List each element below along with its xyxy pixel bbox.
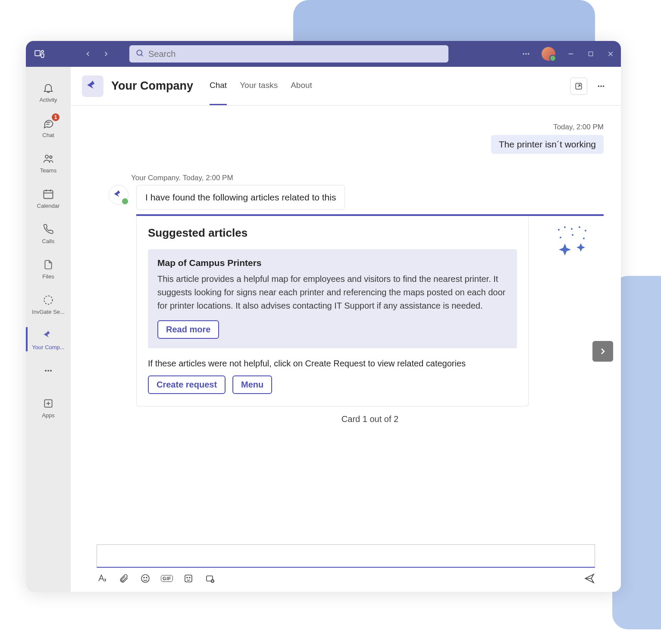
svg-point-5 <box>525 53 526 54</box>
app-icon <box>82 75 103 97</box>
close-button[interactable] <box>606 50 615 58</box>
user-avatar[interactable] <box>542 47 555 61</box>
search-icon <box>135 49 144 59</box>
compose-toolbar: GIF <box>97 573 595 584</box>
svg-point-38 <box>141 575 149 582</box>
header-actions <box>570 78 610 95</box>
content-pane: Your Company Chat Your tasks About Today… <box>71 67 621 592</box>
svg-point-6 <box>528 53 529 54</box>
maximize-button[interactable] <box>586 50 595 58</box>
svg-point-27 <box>598 85 600 87</box>
compose-input[interactable] <box>103 551 589 561</box>
rail-item-apps[interactable]: Apps <box>26 390 71 425</box>
popout-button[interactable] <box>570 78 587 95</box>
svg-point-42 <box>187 577 188 578</box>
rail-item-teams[interactable]: Teams <box>26 145 71 180</box>
svg-point-20 <box>45 370 47 372</box>
svg-point-1 <box>41 50 44 53</box>
svg-point-30 <box>558 229 560 231</box>
bot-row: I have found the following articles rela… <box>109 185 604 210</box>
menu-button[interactable]: Menu <box>232 375 272 394</box>
emoji-icon[interactable] <box>140 573 151 584</box>
card-helper-text: If these articles were not helpful, clic… <box>148 359 517 369</box>
compose-area: GIF <box>71 544 621 592</box>
svg-point-13 <box>45 155 48 158</box>
rail-label: Activity <box>39 97 57 103</box>
search-input[interactable] <box>148 49 442 59</box>
bot-meta: Your Company. Today, 2:00 PM <box>131 174 604 182</box>
attach-icon[interactable] <box>118 573 129 584</box>
card-button-row: Create request Menu <box>148 375 517 394</box>
format-icon[interactable] <box>97 573 108 584</box>
bell-icon <box>41 81 55 95</box>
article-body: This article provides a helpful map for … <box>157 272 507 313</box>
nav-forward-button[interactable] <box>99 47 113 61</box>
svg-point-43 <box>189 577 190 578</box>
svg-rect-15 <box>44 190 53 198</box>
rail-item-chat[interactable]: 1 Chat <box>26 110 71 144</box>
rail-item-calendar[interactable]: Calendar <box>26 181 71 215</box>
minimize-button[interactable] <box>567 50 575 58</box>
chat-badge: 1 <box>52 113 60 121</box>
bot-message: I have found the following articles rela… <box>136 185 345 210</box>
svg-point-34 <box>585 230 586 231</box>
teams-icon <box>41 152 55 166</box>
svg-point-22 <box>50 370 52 372</box>
nav-back-button[interactable] <box>81 47 95 61</box>
rail-item-activity[interactable]: Activity <box>26 75 71 109</box>
tab-about[interactable]: About <box>291 67 312 105</box>
svg-point-21 <box>47 370 49 372</box>
tab-your-tasks[interactable]: Your tasks <box>240 67 278 105</box>
more-options-button[interactable] <box>522 50 530 58</box>
rail-item-your-company[interactable]: Your Comp... <box>26 322 71 356</box>
svg-point-32 <box>571 228 573 230</box>
rail-label: Apps <box>42 412 55 419</box>
gif-icon[interactable]: GIF <box>161 573 172 584</box>
nav-arrows <box>81 47 113 61</box>
svg-rect-41 <box>185 575 192 582</box>
rail-item-calls[interactable]: Calls <box>26 216 71 250</box>
svg-point-31 <box>564 226 566 228</box>
svg-line-3 <box>141 55 143 56</box>
teams-window: Activity 1 Chat Teams Calendar Calls <box>26 41 621 592</box>
compose-input-wrap[interactable] <box>97 544 595 568</box>
send-button[interactable] <box>584 573 595 584</box>
rail-item-invgate[interactable]: InvGate Se... <box>26 287 71 321</box>
card-title: Suggested articles <box>148 226 517 240</box>
apps-icon <box>41 397 55 410</box>
rail-label: Calendar <box>37 203 60 209</box>
chat-scroll: Today, 2:00 PM The printer isn´t working… <box>71 106 621 544</box>
read-more-button[interactable]: Read more <box>157 320 219 339</box>
file-icon <box>41 258 55 272</box>
svg-point-40 <box>146 577 147 578</box>
user-message: The printer isn´t working <box>491 135 604 154</box>
card-next-button[interactable] <box>592 341 613 362</box>
content-header: Your Company Chat Your tasks About <box>71 67 621 106</box>
sparkle-icon <box>554 225 591 257</box>
svg-point-35 <box>560 237 561 238</box>
card-counter: Card 1 out of 2 <box>136 414 604 424</box>
more-compose-icon[interactable] <box>204 573 216 584</box>
svg-point-2 <box>137 50 142 55</box>
search-bar[interactable] <box>129 45 448 63</box>
rail-item-files[interactable]: Files <box>26 251 71 286</box>
create-request-button[interactable]: Create request <box>148 375 226 394</box>
main-area: Activity 1 Chat Teams Calendar Calls <box>26 67 621 592</box>
sticker-icon[interactable] <box>183 573 194 584</box>
tab-chat[interactable]: Chat <box>210 67 227 105</box>
rail-more-button[interactable] <box>26 360 71 381</box>
invgate-icon <box>41 293 55 307</box>
svg-point-37 <box>572 234 573 236</box>
svg-point-36 <box>583 238 585 239</box>
svg-point-28 <box>600 85 602 87</box>
article-box: Map of Campus Printers This article prov… <box>148 249 517 348</box>
svg-point-29 <box>603 85 605 87</box>
titlebar-right <box>522 47 615 61</box>
svg-point-33 <box>579 226 580 228</box>
teams-logo-icon <box>32 46 47 62</box>
company-icon <box>41 328 55 342</box>
rail-label: Your Comp... <box>32 344 64 350</box>
header-more-button[interactable] <box>592 78 610 95</box>
svg-point-39 <box>144 577 144 578</box>
svg-rect-8 <box>589 52 592 56</box>
